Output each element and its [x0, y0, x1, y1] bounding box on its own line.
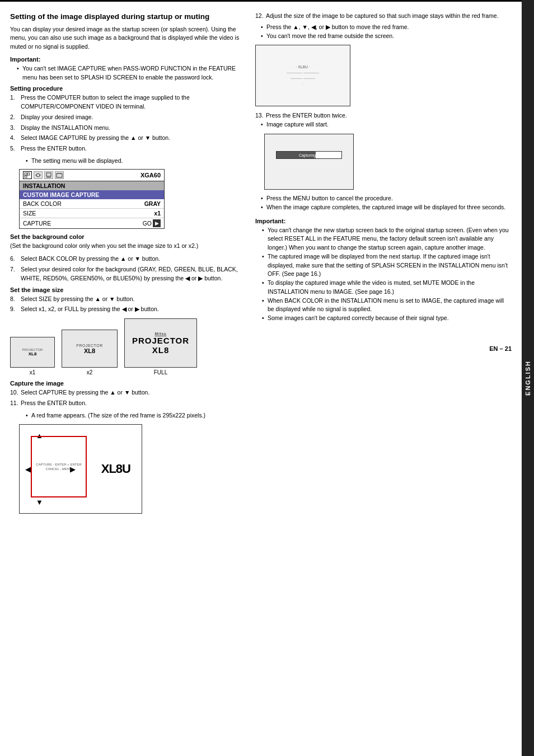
go-arrow-icon: ▶	[153, 219, 161, 227]
menu-icon-1	[23, 171, 32, 179]
size-x2-wrap: PROJECTOR XL8 x2	[62, 330, 118, 375]
size-x2-image: PROJECTOR XL8	[62, 330, 118, 368]
projector-x2-label: PROJECTOR XL8	[74, 341, 105, 356]
size-x1-image: PROJECTOR XL8	[10, 337, 55, 368]
step12-bullet-1: Press the ▲, ▼, ◀, or ▶ button to move t…	[261, 23, 512, 32]
menu-row-capture: CAPTURE GO ▶	[20, 218, 164, 228]
step13-bullet: Image capture will start.	[261, 120, 512, 129]
menu-icon-2	[34, 171, 43, 179]
xl8u-bottom-text: ·	[302, 82, 303, 86]
menu-row-installation: INSTALLATION	[20, 181, 164, 190]
important2-bullet-1: You can't change the new startup screen …	[262, 226, 512, 252]
step-8: 8. Select SIZE by pressing the ▲ or ▼ bu…	[10, 295, 245, 304]
step5-bullet: The setting menu will be displayed.	[26, 157, 245, 166]
svg-rect-8	[57, 173, 62, 177]
size-full-image: Mitsu PROJECTOR XL8	[124, 318, 197, 368]
svg-rect-2	[25, 176, 27, 177]
important-bullets: You can't set IMAGE CAPTURE when PASS-WO…	[10, 64, 245, 82]
step-13: 13. Press the ENTER button twice.	[255, 112, 512, 119]
steps2-list: 6. Select BACK COLOR by pressing the ▲ o…	[10, 255, 245, 283]
red-frame-container: ▲ ◀ ▶ ▼ CAPTURE - ENTER + ENTER CANCEL -…	[19, 424, 142, 514]
size-x1-label: x1	[30, 369, 36, 375]
step-7: 7. Select your desired color for the bac…	[10, 265, 245, 283]
step13-sub-bullets-2: Press the MENU button to cancel the proc…	[255, 194, 512, 212]
arrow-left-icon: ◀	[25, 465, 31, 473]
important2-bullet-3: To display the captured image while the …	[262, 279, 512, 297]
size-heading: Set the image size	[10, 287, 245, 293]
bg-color-desc: (Set the background color only when you …	[10, 242, 245, 251]
right-column: 12. Adjust the size of the image to be c…	[255, 12, 512, 518]
capture-label: CAPTURE - ENTER + ENTER CANCEL - MENU	[36, 462, 82, 472]
step12-sub-bullets: Press the ▲, ▼, ◀, or ▶ button to move t…	[255, 23, 512, 41]
step11-bullet: A red frame appears. (The size of the re…	[26, 411, 245, 420]
red-frame-inner: CAPTURE - ENTER + ENTER CANCEL - MENU	[31, 436, 87, 497]
important2-heading: Important:	[255, 218, 512, 224]
step-12: 12. Adjust the size of the image to be c…	[255, 12, 512, 21]
installation-menu: XGA60 INSTALLATION CUSTOM IMAGE CAPTURE …	[19, 169, 165, 229]
step-10: 10. Select CAPTURE by pressing the ▲ or …	[10, 388, 245, 397]
menu-signal: XGA60	[140, 172, 161, 179]
intro-text: You can display your desired image as th…	[10, 25, 245, 51]
xlbu-label: XL8U	[101, 462, 130, 476]
step-11: 11. Press the ENTER button.	[10, 399, 245, 408]
step5-sub-bullets: The setting menu will be displayed.	[19, 157, 245, 166]
setting-procedure-heading: Setting procedure	[10, 85, 245, 92]
important-bullet-1: You can't set IMAGE CAPTURE when PASS-WO…	[17, 64, 245, 82]
menu-icon-4	[55, 171, 64, 179]
step13-sub-bullets-1: Image capture will start.	[255, 120, 512, 129]
capture-heading: Capture the image	[10, 380, 245, 387]
left-column: Setting of the image displayed during st…	[10, 12, 245, 518]
page-title: Setting of the image displayed during st…	[10, 12, 245, 22]
main-content: Setting of the image displayed during st…	[0, 0, 522, 756]
page-number: EN – 21	[255, 345, 512, 352]
step-1: 1. Press the COMPUTER button to select t…	[10, 93, 245, 111]
progress-text: Capturing...	[299, 153, 319, 157]
xl8u-sub-text: ———— ——————— ———	[287, 70, 319, 81]
step-9: 9. Select x1, x2, or FULL by pressing th…	[10, 305, 245, 314]
size-images-row: PROJECTOR XL8 x1 PROJECTOR XL8	[10, 318, 245, 375]
two-column-layout: Setting of the image displayed during st…	[10, 12, 512, 518]
important2-bullets: You can't change the new startup screen …	[255, 226, 512, 323]
page-container: Setting of the image displayed during st…	[0, 0, 534, 756]
size-full-wrap: Mitsu PROJECTOR XL8 FULL	[124, 318, 197, 375]
menu-row-size: SIZE x1	[20, 209, 164, 218]
bg-color-heading: Set the background color	[10, 233, 245, 240]
svg-rect-0	[25, 173, 27, 175]
size-x1-wrap: PROJECTOR XL8 x1	[10, 337, 55, 375]
step-6: 6. Select BACK COLOR by pressing the ▲ o…	[10, 255, 245, 264]
step13-bullet-2: Press the MENU button to cancel the proc…	[261, 194, 512, 203]
menu-header-row: XGA60	[20, 170, 164, 181]
step13-container: 13. Press the ENTER button twice. Image …	[255, 112, 512, 129]
important2-bullet-2: The captured image will be displayed fro…	[262, 252, 512, 279]
size-x2-label: x2	[87, 369, 93, 375]
svg-point-3	[36, 173, 40, 177]
step-2: 2. Display your desired image.	[10, 113, 245, 122]
projector-x1-label: PROJECTOR XL8	[20, 346, 45, 359]
right-steps: 12. Adjust the size of the image to be c…	[255, 12, 512, 21]
progress-bar: Capturing...	[276, 151, 342, 159]
menu-row-custom-image: CUSTOM IMAGE CAPTURE	[20, 190, 164, 199]
arrow-down-icon: ▼	[36, 498, 43, 506]
steps4-list: 10. Select CAPTURE by pressing the ▲ or …	[10, 388, 245, 408]
step12-bullet-2: You can't move the red frame outside the…	[261, 32, 512, 41]
menu-icon-group	[23, 171, 64, 179]
side-tab-text: ENGLISH	[524, 360, 531, 396]
svg-rect-6	[46, 173, 51, 176]
steps3-list: 8. Select SIZE by pressing the ▲ or ▼ bu…	[10, 295, 245, 314]
important2-bullet-5: Some images can't be captured correctly …	[262, 314, 512, 323]
step13-bullet-3: When the image capture completes, the ca…	[261, 203, 512, 212]
size-full-label: FULL	[154, 369, 167, 375]
xl8u-small-box: · XL8U · ———— ——————— ——— ·	[255, 45, 350, 106]
step11-sub-bullets: A red frame appears. (The size of the re…	[19, 411, 245, 420]
step-3: 3. Display the INSTALLATION menu.	[10, 124, 245, 133]
projector-full-label: Mitsu PROJECTOR XL8	[125, 328, 196, 358]
capture-progress-image: Capturing...	[264, 134, 354, 190]
steps-list: 1. Press the COMPUTER button to select t…	[10, 93, 245, 153]
svg-rect-1	[27, 173, 30, 175]
side-tab: ENGLISH	[522, 0, 534, 756]
important-heading: Important:	[10, 56, 245, 63]
step-4: 4. Select IMAGE CAPTURE by pressing the …	[10, 134, 245, 143]
menu-icon-3	[44, 171, 53, 179]
xl8u-top-label: · XL8U ·	[296, 65, 310, 69]
important2-bullet-4: When BACK COLOR in the INSTALLATION menu…	[262, 297, 512, 314]
